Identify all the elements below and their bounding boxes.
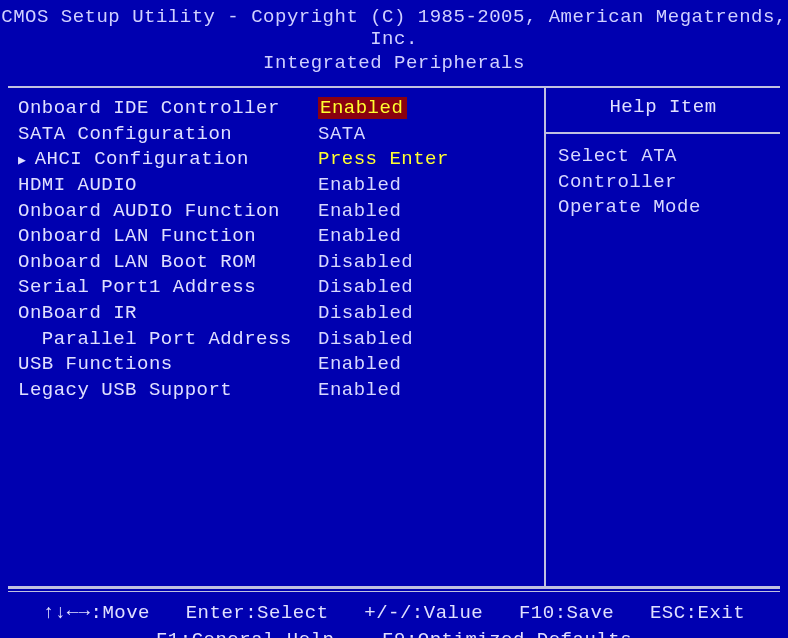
setting-value[interactable]: SATA: [318, 122, 538, 148]
setting-row-2[interactable]: AHCI ConfigurationPress Enter: [18, 147, 538, 173]
setting-label: OnBoard IR: [18, 301, 318, 327]
help-body: Select ATA Controller Operate Mode: [546, 134, 780, 229]
setting-value[interactable]: Enabled: [318, 96, 538, 122]
setting-label: Parallel Port Address: [18, 327, 318, 353]
setting-row-10[interactable]: USB FunctionsEnabled: [18, 352, 538, 378]
setting-row-7[interactable]: Serial Port1 AddressDisabled: [18, 275, 538, 301]
setting-value[interactable]: Enabled: [318, 352, 538, 378]
setting-label: Onboard LAN Boot ROM: [18, 250, 318, 276]
header: CMOS Setup Utility - Copyright (C) 1985-…: [0, 0, 788, 82]
setting-row-3[interactable]: HDMI AUDIOEnabled: [18, 173, 538, 199]
setting-value[interactable]: Disabled: [318, 250, 538, 276]
setting-label: HDMI AUDIO: [18, 173, 318, 199]
setting-row-4[interactable]: Onboard AUDIO FunctionEnabled: [18, 199, 538, 225]
footer-keys-line1: ↑↓←→:Move Enter:Select +/-/:Value F10:Sa…: [0, 600, 788, 627]
help-pane: Help Item Select ATA Controller Operate …: [546, 88, 780, 586]
setting-value[interactable]: Enabled: [318, 224, 538, 250]
setting-value[interactable]: Disabled: [318, 275, 538, 301]
setting-value[interactable]: Disabled: [318, 301, 538, 327]
setting-label: Serial Port1 Address: [18, 275, 318, 301]
setting-row-9[interactable]: Parallel Port AddressDisabled: [18, 327, 538, 353]
setting-label: Onboard LAN Function: [18, 224, 318, 250]
footer: ↑↓←→:Move Enter:Select +/-/:Value F10:Sa…: [0, 592, 788, 638]
setting-row-5[interactable]: Onboard LAN FunctionEnabled: [18, 224, 538, 250]
setting-value[interactable]: Disabled: [318, 327, 538, 353]
setting-row-1[interactable]: SATA ConfigurationSATA: [18, 122, 538, 148]
setting-label: Onboard IDE Controller: [18, 96, 318, 122]
setting-label: Legacy USB Support: [18, 378, 318, 404]
header-subtitle: Integrated Peripherals: [0, 52, 788, 74]
setting-row-6[interactable]: Onboard LAN Boot ROMDisabled: [18, 250, 538, 276]
setting-label: USB Functions: [18, 352, 318, 378]
setting-value[interactable]: Press Enter: [318, 147, 538, 173]
setting-value[interactable]: Enabled: [318, 199, 538, 225]
setting-value[interactable]: Enabled: [318, 173, 538, 199]
setting-row-11[interactable]: Legacy USB SupportEnabled: [18, 378, 538, 404]
main-content: Onboard IDE ControllerEnabledSATA Config…: [8, 86, 780, 588]
setting-row-8[interactable]: OnBoard IRDisabled: [18, 301, 538, 327]
help-text-line2: Operate Mode: [558, 195, 772, 221]
header-title: CMOS Setup Utility - Copyright (C) 1985-…: [0, 6, 788, 50]
setting-label: SATA Configuration: [18, 122, 318, 148]
settings-pane: Onboard IDE ControllerEnabledSATA Config…: [8, 88, 546, 586]
setting-label: Onboard AUDIO Function: [18, 199, 318, 225]
help-title: Help Item: [546, 88, 780, 134]
footer-keys-line2: F1:General Help F9:Optimized Defaults: [0, 627, 788, 638]
setting-value[interactable]: Enabled: [318, 378, 538, 404]
setting-row-0[interactable]: Onboard IDE ControllerEnabled: [18, 96, 538, 122]
setting-label: AHCI Configuration: [18, 147, 318, 173]
help-text-line1: Select ATA Controller: [558, 144, 772, 195]
